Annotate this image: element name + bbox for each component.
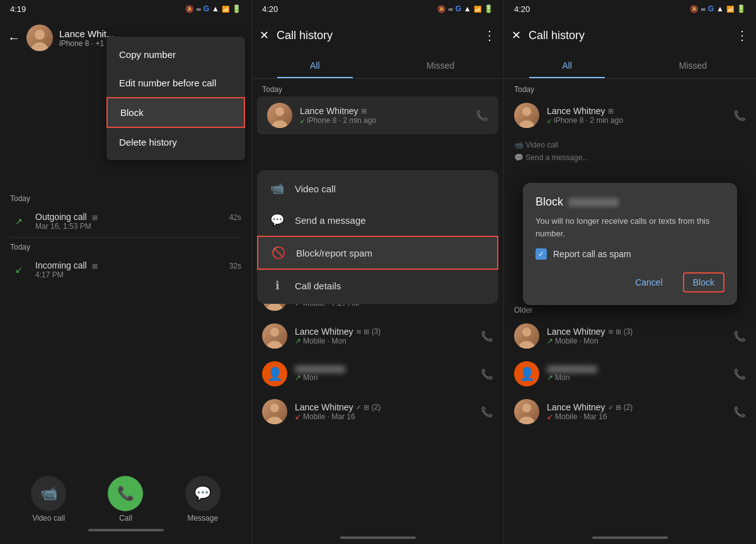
older3-call-icon-2[interactable]: 📞 [733,368,746,380]
older-call-icon-2[interactable]: 📞 [481,330,493,342]
tab-missed-2[interactable]: Missed [378,53,504,78]
wifi2-icon: ▲ [464,4,471,13]
older3-call-icon-3[interactable]: 📞 [733,406,746,418]
missed3-icon-1: ↙ [547,412,553,421]
phone-icon: 📞 [117,485,134,502]
context-send-message[interactable]: 💬 Send a message [257,204,498,236]
close-button-2[interactable]: ✕ [260,28,269,42]
block-item[interactable]: Block [106,97,245,128]
history-info-1: Lance Whitney ⊞ ↙ iPhone 8 · 2 min ago [300,106,468,125]
call-action-icon-3[interactable]: 📞 [733,110,746,122]
older-info-2: Lance Whitney ≋ ⊞ (3) ↗ Mobile · Mon [295,327,473,345]
battery-icon: 🔋 [232,4,241,13]
tab-all-2[interactable]: All [252,53,378,78]
context-call-details[interactable]: ℹ Call details [257,270,498,301]
name-icons-1: ⊞ [361,107,367,115]
status-time-1: 4:19 [10,4,26,14]
dialog-blurred-number [568,198,619,207]
context-block-report[interactable]: 🚫 Block/report spam [257,236,498,270]
older-section-3: Older Lance Whitney ≋ ⊞ (3) ↗ Mobile · M… [504,299,756,431]
context-block-icon: 🚫 [271,246,286,260]
older-call-icon-4[interactable]: 📞 [481,406,493,418]
outgoing-call-item[interactable]: ↗ Outgoing call ⊞ Mar 16, 1:53 PM 42s [0,205,251,237]
status-bar-3: 4:20 🔕 ∞ G ▲ 📶 🔋 [504,0,756,18]
incoming-call-info: Incoming call ⊞ 4:17 PM [35,260,241,279]
history-avatar-3-1 [514,103,539,128]
more-button-2[interactable]: ⋮ [483,28,496,43]
section-label-today: Today [0,189,251,205]
incoming-call-item[interactable]: ↙ Incoming call ⊞ 4:17 PM 32s [0,254,251,286]
checkbox-label: Report call as spam [553,249,631,259]
history-sub-3-1: ↙ iPhone 8 · 2 min ago [547,116,726,125]
older3-info-1: Lance Whitney ≋ ⊞ (3) ↗ Mobile · Mon [547,327,726,345]
older3-name-3: Lance Whitney ✓ ⊞ (2) [547,402,726,412]
home-indicator-2 [340,536,416,539]
signal2-icon: 🔕 [437,5,446,13]
more-button-3[interactable]: ⋮ [736,28,748,43]
history-item-3-top[interactable]: Lance Whitney ⊞ ↙ iPhone 8 · 2 min ago 📞 [504,96,756,134]
report-spam-checkbox[interactable]: ✓ [536,248,547,260]
message-icon: 💬 [194,485,211,502]
battery3-icon: 🔋 [736,4,746,13]
older3-item-1[interactable]: Lance Whitney ≋ ⊞ (3) ↗ Mobile · Mon 📞 [504,317,756,355]
delete-history-item[interactable]: Delete history [106,128,245,156]
panel-3: 4:20 🔕 ∞ G ▲ 📶 🔋 ✕ Call history ⋮ All Mi… [504,0,756,544]
history-item-featured[interactable]: Lance Whitney ⊞ ↙ iPhone 8 · 2 min ago 📞 [257,96,498,134]
older-avatar-3: 👤 [262,361,287,386]
blurred-name-2 [547,366,597,373]
status-icons-3: 🔕 ∞ G ▲ 📶 🔋 [690,4,746,13]
message-button[interactable]: 💬 Message [185,476,220,523]
edit-number-item[interactable]: Edit number before call [106,69,245,97]
call-action-icon-1[interactable]: 📞 [476,110,488,122]
network3-icon: 📶 [726,6,734,13]
outgoing-call-type: Outgoing call ⊞ [35,212,241,222]
history-sub-1: ↙ iPhone 8 · 2 min ago [300,116,468,125]
voip3-icon: ∞ [701,6,706,13]
panel3-title: Call history [529,29,728,42]
older-name-4: Lance Whitney ✓ ⊞ (2) [295,402,473,412]
older3-item-3[interactable]: Lance Whitney ✓ ⊞ (2) ↙ Mobile · Mar 16 … [504,393,756,431]
section-today-2: Today [252,79,503,96]
status-bar-2: 4:20 🔕 ∞ G ▲ 📶 🔋 [252,0,503,18]
panel-2: 4:20 🔕 ∞ G ▲ 📶 🔋 ✕ Call history ⋮ All Mi… [252,0,504,544]
panel2-header: ✕ Call history ⋮ [252,18,503,53]
older-item-4[interactable]: Lance Whitney ✓ ⊞ (2) ↙ Mobile · Mar 16 … [252,393,503,431]
outgoing3-icon-2: ↗ [547,373,553,382]
call-list: Today ↗ Outgoing call ⊞ Mar 16, 1:53 PM … [0,184,251,291]
older3-sub-2: ↗ Mon [547,373,726,382]
context-message-icon: 💬 [270,213,285,227]
back-button[interactable]: ← [8,31,20,45]
older-item-3[interactable]: 👤 ↗ Mon 📞 [252,355,503,393]
block-confirm-button[interactable]: Block [683,272,724,292]
older-item-2[interactable]: Lance Whitney ≋ ⊞ (3) ↗ Mobile · Mon 📞 [252,317,503,355]
older3-avatar-3 [514,399,539,424]
context-video-call[interactable]: 📹 Video call [257,173,498,204]
outgoing-icon-2: ↗ [295,337,301,345]
outgoing-arrow-icon: ↗ [10,212,28,230]
older3-item-2[interactable]: 👤 ↗ Mon 📞 [504,355,756,393]
tab-missed-3[interactable]: Missed [630,53,756,78]
older-sub-3: ↗ Mon [295,373,473,382]
status-time-2: 4:20 [262,4,278,14]
older3-name-2 [547,366,726,373]
block-dialog: Block You will no longer receive calls o… [523,183,737,305]
older3-call-icon-1[interactable]: 📞 [733,330,746,342]
cancel-button-dialog[interactable]: Cancel [625,272,673,292]
close-button-3[interactable]: ✕ [512,28,521,42]
tabs-3: All Missed [504,53,756,79]
obscured-items: 📹 Video call 💬 Send a message... [504,134,756,168]
message-label: Message [187,514,218,523]
video-call-button[interactable]: 📹 Video call [31,476,66,523]
outgoing-call-duration: 42s [229,213,241,222]
copy-number-item[interactable]: Copy number [106,40,245,69]
incoming-call-date: 4:17 PM [35,270,241,279]
network-icon: 📶 [222,6,229,13]
wifi-icon: ▲ [212,4,219,13]
tab-all-3[interactable]: All [504,53,630,78]
panel2-title: Call history [277,29,476,42]
dialog-title: Block [536,195,724,209]
call-button[interactable]: 📞 Call [108,476,143,523]
status-time-3: 4:20 [514,4,530,14]
older-call-icon-3[interactable]: 📞 [481,368,493,380]
dialog-checkbox-row[interactable]: ✓ Report call as spam [536,248,724,260]
